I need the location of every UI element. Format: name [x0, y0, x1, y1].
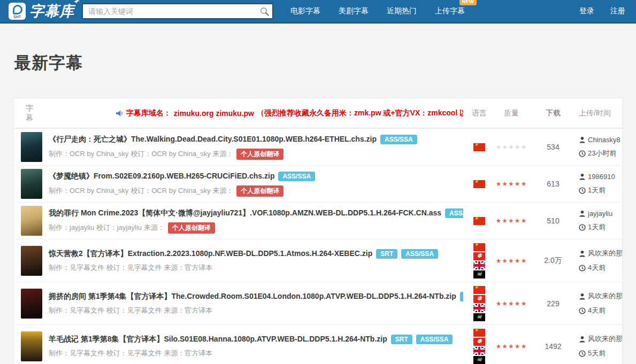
- nav-item-upload-subtitles[interactable]: 上传字幕 NEW: [434, 3, 466, 19]
- source-badge: 个人原创翻译: [236, 185, 283, 197]
- meta-line: 制作：OCR by China_sky 校订：OCR by China_sky …: [49, 185, 315, 197]
- logo-text: 字幕库: [29, 2, 74, 21]
- meta-text: 制作：OCR by China_sky 校订：OCR by China_sky …: [49, 149, 233, 159]
- login-link[interactable]: 登录: [579, 3, 594, 19]
- header-downloads: 下载: [527, 109, 579, 118]
- upload-time: 4天前: [588, 306, 606, 315]
- flag-cn-icon: [473, 329, 485, 337]
- meta-text: 制作：见字幕文件 校订：见字幕文件 来源：官方译本: [49, 263, 212, 273]
- uploader-name[interactable]: 风吹来的那: [588, 334, 622, 344]
- poster-thumbnail[interactable]: [21, 331, 42, 361]
- notice-domains-link[interactable]: zimuku.org zimuku.pw: [174, 109, 254, 118]
- subtitle-title[interactable]: 我的罪行 Mon Crime.2023【简体中文·微博@jayjayliu721…: [49, 208, 441, 218]
- table-row: 《行尸走肉：死亡之城》The.Walking.Dead.Dead.City.S0…: [14, 128, 622, 165]
- search-button[interactable]: [259, 6, 270, 17]
- poster-thumbnail[interactable]: [21, 206, 42, 236]
- meta-line: 制作：OCR by China_sky 校订：OCR by China_sky …: [49, 149, 417, 160]
- format-badge: ASS/SSA: [380, 135, 417, 144]
- user-icon: [579, 293, 586, 300]
- poster-thumbnail[interactable]: [21, 169, 42, 199]
- subtitle-title[interactable]: 羊毛战记 第1季第8集【官方译本】Silo.S01E08.Hanna.1080p…: [49, 335, 387, 344]
- format-badge: ASS/SSA: [278, 172, 315, 181]
- nav-item-movie-subtitles[interactable]: 电影字幕: [289, 3, 321, 19]
- header-quality: 质量: [495, 109, 527, 118]
- table-row: 羊毛战记 第1季第8集【官方译本】Silo.S01E08.Hanna.1080p…: [14, 324, 622, 364]
- user-icon: [579, 136, 586, 143]
- upload-cell: Chinasky8 23小时前: [579, 136, 622, 158]
- clock-icon: [579, 150, 586, 157]
- upload-cell: 风吹来的那 5天前: [579, 334, 622, 358]
- user-icon: [579, 336, 586, 343]
- flag-uk-icon: [473, 304, 485, 312]
- download-count: 534: [527, 143, 579, 151]
- uploader-name[interactable]: 风吹来的那: [588, 291, 622, 301]
- user-icon: [579, 210, 586, 217]
- flag-cn-icon: [473, 286, 485, 294]
- language-flags: [463, 180, 495, 188]
- upload-cell: 风吹来的那 4天前: [579, 249, 622, 273]
- format-badge: SRT: [391, 335, 412, 344]
- clock-icon: [579, 187, 586, 194]
- header-upload-time: 上传/时间: [579, 109, 622, 118]
- flag-cn-icon: [473, 217, 485, 225]
- upload-time: 5天前: [588, 348, 606, 358]
- source-badge: 个人原创翻译: [236, 149, 283, 160]
- upload-cell: jayjayliu 1天前: [579, 210, 622, 232]
- upload-time: 4天前: [588, 263, 606, 273]
- download-count: 510: [527, 216, 579, 225]
- meta-line: 制作：见字幕文件 校订：见字幕文件 来源：官方译本: [49, 348, 453, 358]
- notice-suffix: （强烈推荐收藏永久备用米：zmk.pw 或+官方VX：zmkcool 以防失联): [257, 109, 463, 118]
- table-row: 惊天营救2【官方译本】Extraction.2.2023.1080p.NF.WE…: [14, 239, 622, 282]
- upload-time: 23小时前: [588, 149, 616, 158]
- flag-cn-icon: [473, 143, 485, 151]
- subtitle-title[interactable]: 《梦魇绝镇》From.S02E09.2160p.WEB.H265-CRUCiFi…: [49, 172, 274, 181]
- star-rating: [496, 143, 527, 151]
- search-icon: [259, 6, 270, 17]
- search-input[interactable]: [82, 3, 273, 19]
- meta-text: 制作：见字幕文件 校订：见字幕文件 来源：官方译本: [49, 348, 212, 358]
- uploader-name[interactable]: jayjayliu: [588, 210, 612, 218]
- language-flags: [463, 243, 495, 278]
- language-flags: [463, 217, 495, 225]
- main-menu: 电影字幕 美剧字幕 近期热门 上传字幕 NEW: [289, 3, 466, 19]
- uploader-name[interactable]: 风吹来的那: [588, 249, 622, 258]
- poster-thumbnail[interactable]: [21, 289, 42, 319]
- star-rating: [496, 257, 527, 265]
- meta-text: 制作：见字幕文件 校订：见字幕文件 来源：官方译本: [49, 306, 212, 315]
- language-flags: [463, 329, 495, 364]
- format-badge: ASS/SSA: [445, 208, 463, 218]
- meta-text: 制作：OCR by China_sky 校订：OCR by China_sky …: [49, 186, 233, 196]
- top-navbar: 字幕库 电影字幕 美剧字幕 近期热门 上传字幕 NEW 登录 注册: [0, 0, 636, 24]
- site-logo[interactable]: 字幕库: [9, 2, 74, 21]
- table-row: 我的罪行 Mon Crime.2023【简体中文·微博@jayjayliu721…: [14, 202, 622, 239]
- uploader-name[interactable]: Chinasky8: [588, 136, 620, 144]
- meta-text: 制作：jayjayliu 校订：jayjayliu 来源：: [49, 223, 165, 233]
- download-count: 1492: [527, 342, 579, 351]
- user-icon: [579, 173, 586, 180]
- star-rating: [496, 217, 527, 224]
- flag-bilingual-icon: [473, 356, 485, 364]
- poster-thumbnail[interactable]: [21, 246, 42, 276]
- language-flags: [463, 143, 495, 151]
- poster-thumbnail[interactable]: [21, 132, 42, 162]
- upload-cell: 风吹来的那 4天前: [579, 291, 622, 315]
- meta-line: 制作：见字幕文件 校订：见字幕文件 来源：官方译本: [49, 306, 463, 315]
- nav-item-tv-subtitles[interactable]: 美剧字幕: [338, 3, 370, 19]
- flag-cn-icon: [473, 243, 485, 251]
- upload-time: 1天前: [588, 222, 606, 232]
- subtitle-title[interactable]: 《行尸走肉：死亡之城》The.Walking.Dead.Dead.City.S0…: [49, 135, 377, 144]
- flag-uk-icon: [473, 347, 485, 355]
- search-bar: [82, 3, 273, 19]
- subtitle-title[interactable]: 拥挤的房间 第1季第4集【官方译本】The.Crowded.Room.S01E0…: [49, 292, 456, 301]
- subtitle-title[interactable]: 惊天营救2【官方译本】Extraction.2.2023.1080p.NF.WE…: [49, 249, 372, 259]
- flag-hk-icon: [473, 338, 485, 346]
- table-header: 字幕 字幕库域名： zimuku.org zimuku.pw （强烈推荐收藏永久…: [14, 98, 622, 128]
- page-title: 最新字幕: [14, 52, 636, 74]
- register-link[interactable]: 注册: [610, 3, 625, 19]
- flag-bilingual-icon: [473, 313, 485, 321]
- flag-hk-icon: [473, 295, 485, 303]
- star-rating: [496, 180, 527, 188]
- upload-label: 上传字幕: [435, 6, 465, 15]
- uploader-name[interactable]: 1986910: [588, 173, 615, 181]
- nav-item-recent-hot[interactable]: 近期热门: [386, 3, 418, 19]
